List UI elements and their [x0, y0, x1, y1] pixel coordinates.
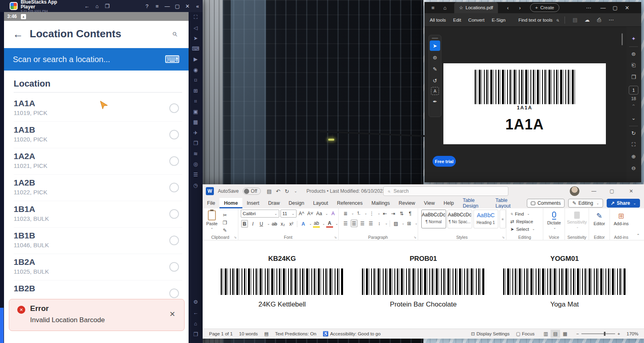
- find-button[interactable]: ⌕ Find ⌄: [506, 210, 543, 218]
- tab-view[interactable]: View: [420, 198, 439, 208]
- convert-menu[interactable]: Convert: [465, 18, 488, 22]
- word-count[interactable]: 10 words: [239, 331, 258, 336]
- location-radio[interactable]: [169, 289, 179, 298]
- help-icon[interactable]: ?: [142, 3, 152, 9]
- format-painter-icon[interactable]: ✎: [221, 226, 228, 234]
- app-center-icon[interactable]: ⌑: [189, 75, 203, 85]
- upload-cloud-icon[interactable]: ☁: [581, 17, 593, 23]
- copy-icon[interactable]: ❐: [221, 219, 228, 226]
- volume-icon[interactable]: ◁: [189, 22, 203, 33]
- user-avatar[interactable]: [570, 186, 579, 196]
- italic-button[interactable]: I: [250, 220, 256, 228]
- next-page-icon[interactable]: ⌄: [628, 113, 639, 123]
- zoom-slider[interactable]: [581, 333, 615, 334]
- focus-mode[interactable]: Focus: [522, 331, 534, 336]
- screenshot-icon[interactable]: ⌗: [189, 96, 203, 107]
- display-settings[interactable]: Display Settings: [476, 331, 509, 336]
- text-predictions[interactable]: Text Predictions: On: [275, 331, 316, 336]
- numbering-button[interactable]: ⒈: [355, 210, 362, 217]
- style-heading1[interactable]: AaBbC Heading 1: [473, 210, 498, 228]
- tab-help[interactable]: Help: [439, 198, 458, 208]
- styles-gallery-scroll[interactable]: ≡: [500, 210, 506, 228]
- titlebar-more-icon[interactable]: ⋯: [583, 5, 595, 11]
- location-radio[interactable]: [169, 103, 179, 113]
- word-search-box[interactable]: ⌕ Search: [383, 186, 508, 196]
- script-icon[interactable]: ⊞: [189, 85, 203, 96]
- android-back-icon[interactable]: ←: [189, 307, 203, 318]
- layers-icon[interactable]: ☰: [189, 169, 203, 180]
- print-layout-button[interactable]: ▤: [551, 330, 560, 338]
- cut-icon[interactable]: ✂: [221, 211, 228, 219]
- media-gallery-icon[interactable]: ▦: [189, 117, 203, 127]
- bold-button[interactable]: B: [241, 220, 248, 228]
- zoom-out-icon[interactable]: ⊖: [628, 163, 639, 173]
- editor-button[interactable]: ✎ Editor: [589, 210, 609, 226]
- quick-save-icon[interactable]: ▤: [265, 188, 274, 194]
- all-tools-menu[interactable]: All tools: [426, 18, 449, 22]
- dictate-button[interactable]: Dictate ⌄: [543, 210, 565, 230]
- addins-button[interactable]: ⊞ Add-ins: [610, 210, 632, 226]
- word-minimize-button[interactable]: —: [586, 184, 602, 198]
- location-row[interactable]: 1B2A 11025, BULK: [14, 254, 182, 280]
- maximize-button[interactable]: ▢: [172, 3, 182, 9]
- acrobat-close-button[interactable]: ✕: [621, 5, 633, 11]
- editing-mode-button[interactable]: ✎ Editing ⌄: [568, 199, 603, 208]
- back-icon[interactable]: ←: [82, 3, 92, 9]
- subscript-button[interactable]: x₂: [279, 220, 286, 228]
- location-row[interactable]: 1A2A 11021, PICK: [14, 148, 182, 175]
- location-row[interactable]: 1A2B 11022, PICK: [14, 175, 182, 201]
- game-guide-icon[interactable]: ▶: [189, 54, 203, 65]
- find-text-label[interactable]: Find text or tools: [515, 18, 556, 22]
- ai-assistant-icon[interactable]: ✦: [628, 33, 639, 44]
- replace-button[interactable]: ⇄ Replace: [506, 218, 543, 225]
- word-close-button[interactable]: ✕: [623, 184, 639, 198]
- location-radio[interactable]: [169, 236, 179, 245]
- print-icon[interactable]: ⎙: [593, 17, 605, 23]
- settings-gear-icon[interactable]: ⚙: [189, 297, 203, 307]
- location-radio[interactable]: [169, 209, 179, 219]
- zoom-out-button[interactable]: −: [576, 331, 579, 336]
- underline-button[interactable]: U: [258, 220, 265, 228]
- comments-panel-icon[interactable]: ⊜: [628, 48, 639, 59]
- find-search-icon[interactable]: ⌕: [556, 17, 559, 23]
- current-page-box[interactable]: 1: [629, 86, 638, 95]
- fit-page-icon[interactable]: ⛶: [628, 139, 639, 150]
- location-row[interactable]: 1B1B 11046, BULK: [14, 228, 182, 254]
- menu-icon[interactable]: ≡: [152, 3, 162, 9]
- star-icon[interactable]: ☆: [459, 5, 463, 10]
- zoom-in-icon[interactable]: ⊕: [628, 151, 639, 161]
- screen-recorder-icon[interactable]: ▣: [189, 107, 203, 117]
- toolbar-more-icon[interactable]: ⋯: [605, 17, 617, 23]
- nav-back-icon[interactable]: ‹: [502, 5, 514, 11]
- esign-menu[interactable]: E-Sign: [488, 18, 509, 22]
- word-document[interactable]: KB24KG 24KG Kettlebell PROB01 Protein Ba…: [203, 240, 644, 328]
- location-radio[interactable]: [169, 262, 179, 272]
- superscript-button[interactable]: x²: [288, 220, 295, 228]
- dialog-launcher-icon[interactable]: ⇘: [234, 236, 237, 239]
- decrease-indent-button[interactable]: ⇤: [382, 210, 388, 217]
- draw-tool-icon[interactable]: ✎: [430, 64, 440, 74]
- search-icon[interactable]: ⌕: [172, 28, 177, 39]
- location-row[interactable]: 1B1A 11023, BULK: [14, 201, 182, 228]
- macro-recorder-icon[interactable]: ◉: [189, 65, 203, 75]
- location-row[interactable]: 1A1B 11020, PICK: [14, 122, 182, 148]
- select-button[interactable]: ➤ Select ⌄: [506, 225, 543, 233]
- pointer-icon[interactable]: ➤: [189, 33, 203, 43]
- change-case-button[interactable]: Aa: [316, 210, 323, 218]
- style-normal[interactable]: AaBbCcDc ¶ Normal: [421, 210, 446, 228]
- app-back-arrow-icon[interactable]: ←: [13, 28, 23, 40]
- justify-button[interactable]: ☰: [368, 220, 374, 227]
- page-indicator[interactable]: Page 1 of 1: [209, 331, 233, 336]
- location-icon[interactable]: ◎: [189, 159, 203, 169]
- keyboard-icon[interactable]: ⌨: [165, 53, 180, 66]
- align-left-button[interactable]: ☰: [342, 220, 349, 227]
- show-marks-button[interactable]: ¶: [407, 210, 414, 217]
- collapse-sidebar-icon[interactable]: «: [193, 3, 203, 9]
- acrobat-maximize-button[interactable]: ▢: [609, 5, 621, 11]
- rotate-page-icon[interactable]: ↻: [628, 128, 639, 138]
- line-spacing-button[interactable]: ↕: [376, 220, 383, 227]
- location-radio[interactable]: [169, 156, 179, 166]
- tab-references[interactable]: References: [333, 198, 367, 208]
- share-button[interactable]: ↗ Share ⌄: [607, 199, 640, 208]
- tab-table-layout[interactable]: Table Layout: [491, 198, 524, 208]
